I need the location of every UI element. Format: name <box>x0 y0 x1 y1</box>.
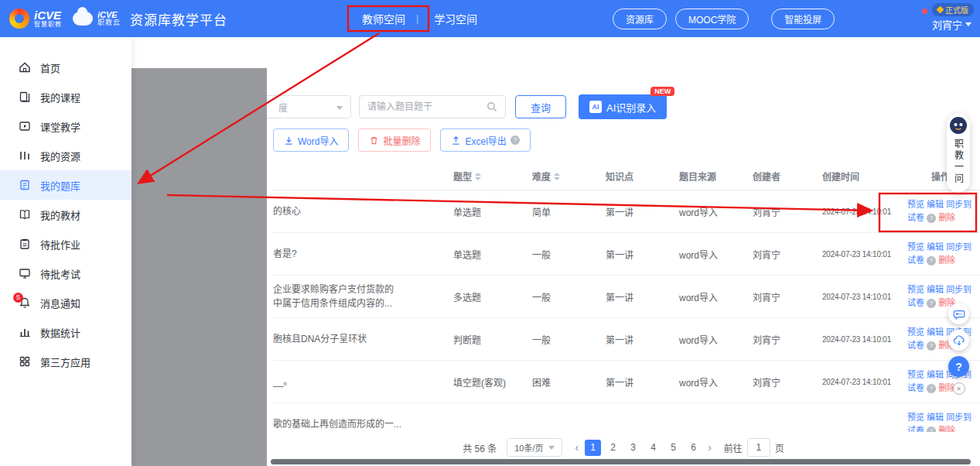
apps-icon[interactable] <box>910 11 925 26</box>
sidebar-item-my-courses[interactable]: 我的课程 <box>0 82 131 111</box>
gray-mask <box>131 68 267 466</box>
user-menu[interactable]: 正式版 刘宵宁 <box>932 3 974 32</box>
sort-icons[interactable] <box>554 173 560 180</box>
edit-link[interactable]: 编辑 <box>927 242 944 252</box>
cell-actions: 预览 编辑 同步到试卷 ? 删除 <box>901 241 974 267</box>
help-icon[interactable]: ? <box>927 299 936 308</box>
cell-actions: 预览 编辑 同步到试卷 ? 删除 <box>901 411 974 432</box>
ai-recognition-button[interactable]: AI AI识别录入 NEW <box>579 94 667 119</box>
column-header-source: 题目来源 <box>673 170 746 183</box>
cell-knowledge: 第一讲 <box>599 333 673 346</box>
sidebar-item-label: 待批考试 <box>40 266 80 281</box>
help-icon[interactable]: ? <box>927 256 936 266</box>
sidebar-item-label: 我的题库 <box>40 178 80 193</box>
new-badge: NEW <box>650 87 674 96</box>
batch-delete-label: 批量删除 <box>383 134 420 147</box>
cell-knowledge: 第一讲 <box>599 248 673 261</box>
sidebar-item-label: 首页 <box>40 60 60 75</box>
query-button[interactable]: 查询 <box>515 95 566 118</box>
nav-learning-space[interactable]: 学习空间 <box>429 11 477 26</box>
preview-link[interactable]: 预览 <box>907 327 924 337</box>
help-icon[interactable]: ? <box>927 384 936 393</box>
chevron-down-icon <box>336 106 343 110</box>
download-center-button[interactable] <box>948 330 969 351</box>
page-2-button[interactable]: 2 <box>605 440 621 456</box>
difficulty-select[interactable]: 度 <box>267 95 351 118</box>
edit-link[interactable]: 编辑 <box>927 200 944 209</box>
edit-link[interactable]: 编辑 <box>927 285 944 294</box>
column-header-difficulty: 难度 <box>532 170 551 183</box>
goto-page-group: 前往 页 <box>724 438 784 457</box>
customer-service-button[interactable] <box>948 303 969 324</box>
chevron-down-icon <box>965 22 971 26</box>
delete-link[interactable]: 删除 <box>938 255 955 265</box>
sort-icons[interactable] <box>475 173 481 180</box>
cell-question-stem: __。 <box>273 375 447 389</box>
logo-primary-sub: 智慧职教 <box>34 22 62 28</box>
preview-link[interactable]: 预览 <box>907 370 924 379</box>
mooc-college-button[interactable]: MOOC学院 <box>675 9 749 29</box>
edit-link[interactable]: 编辑 <box>927 370 944 379</box>
edit-link[interactable]: 编辑 <box>927 413 944 422</box>
pagination: 共 56 条 10条/页 ‹ 1 2 3 4 5 6 › 前往 页 <box>267 438 980 457</box>
nav-teacher-space[interactable]: 教师空间 <box>357 11 405 26</box>
help-icon[interactable]: ? <box>927 214 936 223</box>
resource-library-button[interactable]: 资源库 <box>613 9 667 29</box>
sidebar-item-my-resources[interactable]: 我的资源 <box>0 141 131 170</box>
preview-link[interactable]: 预览 <box>907 285 924 294</box>
cell-knowledge: 第一讲 <box>599 375 673 389</box>
cell-knowledge: 第一讲 <box>599 290 673 303</box>
sidebar-item-exams-to-grade[interactable]: 待批考试 <box>0 259 131 288</box>
preview-link[interactable]: 预览 <box>907 200 924 209</box>
qa-assistant-tab[interactable]: 职教一问 <box>947 113 970 193</box>
help-button[interactable]: ? <box>948 356 969 377</box>
help-icon[interactable]: ? <box>927 341 936 351</box>
upload-icon <box>451 135 461 146</box>
word-import-label: Word导入 <box>298 134 338 147</box>
sort-desc-icon <box>475 177 481 180</box>
sidebar-item-label: 数据统计 <box>40 325 80 340</box>
preview-link[interactable]: 预览 <box>907 413 924 422</box>
preview-link[interactable]: 预览 <box>907 242 924 252</box>
page-3-button[interactable]: 3 <box>625 440 641 456</box>
sidebar-item-statistics[interactable]: 数据统计 <box>0 317 131 347</box>
sidebar-item-classroom-teaching[interactable]: 课堂教学 <box>0 111 131 141</box>
sidebar-item-question-bank[interactable]: 我的题库 <box>0 170 131 200</box>
excel-export-button[interactable]: Excel导出 ? <box>440 128 530 152</box>
page-1-button[interactable]: 1 <box>585 440 601 456</box>
sidebar-item-notifications[interactable]: 5 消息通知 <box>0 288 131 317</box>
sidebar-item-homework-to-grade[interactable]: 待批作业 <box>0 229 131 259</box>
help-icon[interactable]: ? <box>927 427 936 432</box>
edition-icon <box>937 6 944 14</box>
page-size-select[interactable]: 10条/页 <box>507 438 562 457</box>
app-header: iCVE 智慧职教 iCVE 职教云 资源库教学平台 教师空间 | 学习空间 资… <box>0 0 980 37</box>
cell-source: word导入 <box>673 248 746 261</box>
batch-delete-button[interactable]: 批量删除 <box>358 128 431 152</box>
page-6-button[interactable]: 6 <box>685 440 702 456</box>
smart-cast-button[interactable]: 智能投屏 <box>771 9 835 29</box>
edit-link[interactable]: 编辑 <box>927 327 944 337</box>
goto-suffix: 页 <box>775 441 784 454</box>
cell-creator: 刘宵宁 <box>746 248 816 261</box>
sidebar-item-third-party-apps[interactable]: 第三方应用 <box>0 347 131 376</box>
prev-page-button[interactable]: ‹ <box>572 441 581 454</box>
sort-asc-icon <box>475 173 481 176</box>
logo-primary: iCVE 智慧职教 <box>9 9 62 29</box>
next-page-button[interactable]: › <box>705 441 714 454</box>
page-5-button[interactable]: 5 <box>665 440 681 456</box>
page-4-button[interactable]: 4 <box>645 440 661 456</box>
goto-page-input[interactable] <box>747 438 770 457</box>
sidebar-item-home[interactable]: 首页 <box>0 53 131 82</box>
sidebar-item-my-textbooks[interactable]: 我的教材 <box>0 200 131 229</box>
search-input[interactable] <box>367 101 487 112</box>
home-icon <box>19 61 31 74</box>
word-import-button[interactable]: Word导入 <box>273 128 349 152</box>
help-icon[interactable]: ? <box>510 135 520 145</box>
close-floating-button[interactable]: ✕ <box>953 382 965 395</box>
excel-export-label: Excel导出 <box>465 134 506 147</box>
delete-link[interactable]: 删除 <box>938 213 955 222</box>
cell-knowledge: 第一讲 <box>599 205 673 218</box>
difficulty-select-value: 度 <box>278 101 288 114</box>
delete-link[interactable]: 删除 <box>938 426 955 432</box>
horizontal-scrollbar[interactable] <box>271 459 971 464</box>
